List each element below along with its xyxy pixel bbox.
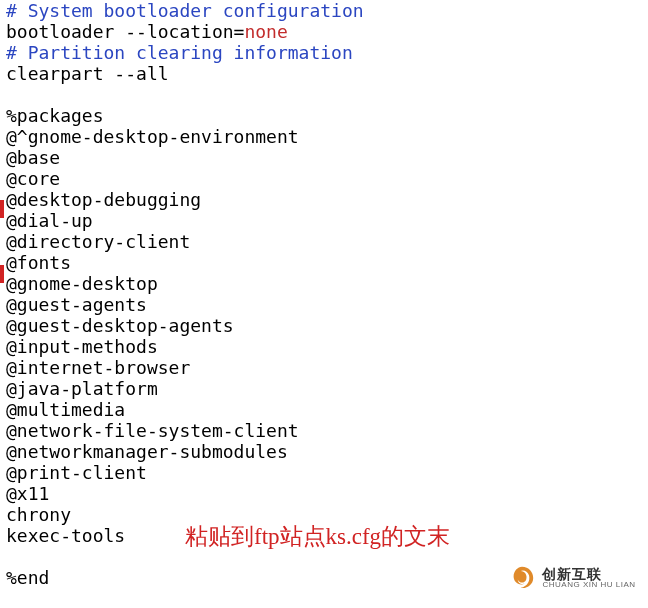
package-line: @multimedia [6,399,125,420]
comment-bootloader: # System bootloader configuration [6,0,364,21]
packages-end: %end [6,567,49,588]
package-line: @internet-browser [6,357,190,378]
package-line: @gnome-desktop [6,273,158,294]
package-line: @desktop-debugging [6,189,201,210]
package-line: @dial-up [6,210,93,231]
watermark-text: 创新互联 CHUANG XIN HU LIAN [542,567,635,589]
package-line: @x11 [6,483,49,504]
package-line: @base [6,147,60,168]
kickstart-config-code: # System bootloader configuration bootlo… [0,0,648,588]
package-line: @input-methods [6,336,158,357]
package-line: kexec-tools [6,525,125,546]
bootloader-value: none [244,21,287,42]
comment-partition: # Partition clearing information [6,42,353,63]
package-line: @java-platform [6,378,158,399]
paste-instruction-annotation: 粘贴到ftp站点ks.cfg的文末 [185,526,450,547]
clearpart-line: clearpart --all [6,63,169,84]
edit-marker [0,200,4,218]
package-line: @fonts [6,252,71,273]
swirl-icon [508,564,536,592]
edit-marker [0,265,4,283]
package-line: @^gnome-desktop-environment [6,126,299,147]
package-line: @network-file-system-client [6,420,299,441]
package-line: chrony [6,504,71,525]
package-line: @guest-agents [6,294,147,315]
package-line: @directory-client [6,231,190,252]
package-line: @core [6,168,60,189]
packages-header: %packages [6,105,104,126]
package-line: @networkmanager-submodules [6,441,288,462]
watermark-logo: 创新互联 CHUANG XIN HU LIAN [502,554,642,602]
package-line: @guest-desktop-agents [6,315,234,336]
bootloader-line-prefix: bootloader --location= [6,21,244,42]
watermark-en: CHUANG XIN HU LIAN [542,581,635,589]
package-line: @print-client [6,462,147,483]
watermark-cn: 创新互联 [542,567,635,581]
